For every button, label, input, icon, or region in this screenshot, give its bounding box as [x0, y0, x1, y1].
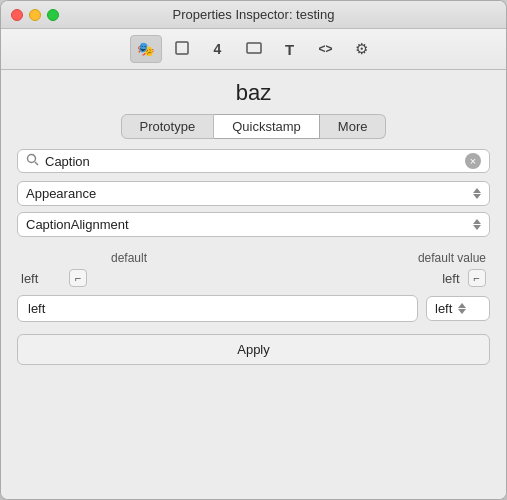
object-btn[interactable]: 🎭	[130, 35, 162, 63]
number-icon: 4	[214, 41, 222, 57]
svg-rect-0	[176, 42, 188, 54]
chevron-icon-2	[473, 219, 481, 230]
tab-more[interactable]: More	[320, 114, 387, 139]
corner-icon-2: ⌐	[474, 272, 480, 284]
appearance-label: Appearance	[26, 186, 473, 201]
apply-label: Apply	[237, 342, 270, 357]
content-area: baz Prototype Quickstamp More ×	[1, 70, 506, 499]
value-input[interactable]	[17, 295, 418, 322]
properties-area: default default value left ⌐ left ⌐ le	[17, 251, 490, 365]
prop-row: left ⌐ left ⌐	[17, 269, 490, 287]
chevron-icon	[473, 188, 481, 199]
search-icon	[26, 153, 39, 169]
prop-headers: default default value	[17, 251, 490, 265]
default-mini-dropdown[interactable]: ⌐	[69, 269, 87, 287]
default-value-mini-dropdown[interactable]: ⌐	[468, 269, 486, 287]
minimize-button[interactable]	[29, 9, 41, 21]
code-icon: <>	[318, 42, 332, 56]
svg-line-3	[35, 162, 38, 165]
search-input[interactable]	[45, 154, 465, 169]
apply-button[interactable]: Apply	[17, 334, 490, 365]
window-title: Properties Inspector: testing	[173, 7, 335, 22]
toolbar: 🎭 4 T <> ⚙	[1, 29, 506, 70]
maximize-button[interactable]	[47, 9, 59, 21]
value-dropdown[interactable]: left	[426, 296, 490, 321]
title-bar: Properties Inspector: testing	[1, 1, 506, 29]
tab-prototype[interactable]: Prototype	[121, 114, 215, 139]
caption-alignment-dropdown[interactable]: CaptionAlignment	[17, 212, 490, 237]
search-row: ×	[17, 149, 490, 173]
object-icon: 🎭	[137, 41, 154, 57]
left-label-2: left	[442, 271, 459, 286]
close-icon: ×	[470, 156, 476, 167]
text-icon: T	[285, 41, 294, 58]
settings-btn[interactable]: ⚙	[346, 35, 378, 63]
close-button[interactable]	[11, 9, 23, 21]
svg-point-2	[28, 155, 36, 163]
object-name: baz	[17, 70, 490, 114]
gear-icon: ⚙	[355, 40, 368, 58]
number-btn[interactable]: 4	[202, 35, 234, 63]
corner-icon: ⌐	[75, 272, 81, 284]
clear-search-button[interactable]: ×	[465, 153, 481, 169]
tab-bar: Prototype Quickstamp More	[17, 114, 490, 139]
text-btn[interactable]: T	[274, 35, 306, 63]
svg-rect-1	[247, 43, 261, 53]
value-dropdown-label: left	[435, 301, 452, 316]
value-input-row: left	[17, 295, 490, 322]
tab-quickstamp[interactable]: Quickstamp	[214, 114, 320, 139]
main-window: Properties Inspector: testing 🎭 4 T	[0, 0, 507, 500]
default-header: default	[111, 251, 147, 265]
left-label-1: left	[21, 271, 61, 286]
frame-btn[interactable]	[166, 35, 198, 63]
default-value-header: default value	[418, 251, 486, 265]
rect-icon	[246, 40, 262, 59]
chevron-icon-3	[458, 303, 466, 314]
code-btn[interactable]: <>	[310, 35, 342, 63]
rect-btn[interactable]	[238, 35, 270, 63]
caption-alignment-label: CaptionAlignment	[26, 217, 473, 232]
frame-icon	[174, 40, 190, 59]
traffic-lights	[11, 9, 59, 21]
appearance-dropdown[interactable]: Appearance	[17, 181, 490, 206]
